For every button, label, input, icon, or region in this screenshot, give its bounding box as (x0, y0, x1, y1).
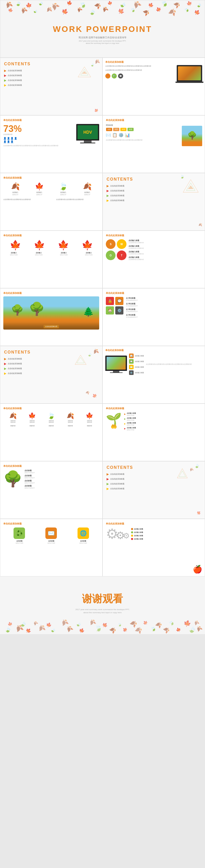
contents4-slide: 🍃 🍂 🍁 CONTENTS ▶ 点击此处添加标题 ▶ 点击此处添加标题 ▶ 点… (102, 461, 205, 519)
slide-header-12: 单击此处添加标题 (3, 464, 99, 468)
subtitle-line1: 简洁实用·适用于创业融资/工作总结/企业宣传等 (0, 36, 205, 39)
title-slide: 🍂 🍃 🍁 🍃 🍂 🍁 🍃 🍂 🍁 🍃 🍂 🍁 🍃 🍂 🍁 🍃 🍁 🍂 🍃 🍂 … (0, 0, 205, 58)
swot-slide: 单击此处添加标题 S W O T 点此输入标题 点击查看内容点击查看内容 点此 (102, 230, 205, 288)
slide-header-14: 单击此处添加标题 (106, 522, 202, 525)
main-title: WORK POWERPOINT (0, 25, 205, 34)
final-title: 谢谢观看 (0, 592, 205, 606)
slide-header-7: 单击此处添加标题 (3, 291, 99, 295)
contents2-slide: 🍃 🍂 CONTENTS ▶ 点击此处添加标题 ▶ 点击此处添加标题 ▶ 点击此… (102, 173, 205, 230)
slide-header-13: 单击此处添加标题 (3, 522, 99, 525)
final-slide: 🍃 🍂 🍁 🍂 🍃 🍂 🍁 🍃 🍂 🍁 🍂 🍃 🍂 🍁 🍃 🍂 🍁 🍃 🍂 🍁 … (0, 577, 205, 634)
hand-plant-slide: 单击此处添加标题 🌱 🤲 ▶ 点此输入标题 说明文字内容 ▶ (102, 404, 205, 461)
contents3-slide: 🍂 🍃 🍁 🍂 CONTENTS ▶ 点击此处添加标题 ▶ 点击此处添加标题 ▶ (0, 346, 102, 404)
info-slide: 单击此处添加标题 点击查看内容点击查看内容点击查看内容点击查看内容点击查看内容 … (102, 58, 205, 115)
slide-header-6: 单击此处添加标题 (106, 234, 202, 237)
gears-slide: 单击此处添加标题 ⚙ ⚙ ⚙ 点此输入标题 点此输入标题 (102, 519, 205, 577)
subtitle-line3: about the summary text input or copy her… (0, 42, 205, 44)
tag-slide: 单击此处添加标题 增加标题 标题 标题 标题 标题 ✉️ 📋 ⚙️ 📊 点击 (102, 115, 205, 173)
slide-header-2: 单击此处添加标题 (3, 119, 99, 122)
svg-marker-2 (82, 71, 87, 74)
slide-header-9: 单击此处添加标题 (105, 349, 202, 352)
slide-header-5: 单击此处添加标题 (3, 234, 99, 237)
svg-marker-7 (77, 358, 84, 363)
icons-slide: 单击此处添加标题 ♻️ 点此标题 说明文字说明 ✉️ 点此标题 说明文字说明 🌐… (0, 519, 102, 577)
slide-header-11: 单击此处添加标题 (106, 407, 202, 410)
slide-header-3: 单击此处添加标题 (106, 119, 202, 122)
colorful-leaves-slide: 单击此处添加标题 🍂 说明内容 说明内容 🍁 说明内容 说明内容 🍃 说明内容 … (0, 404, 102, 461)
slide-header-4: 单击此处添加标题 (3, 176, 99, 180)
stats-slide: 单击此处添加标题 73% 点击查看内容 👤 👤 👤 👤 👤 👤 👤 (0, 115, 102, 173)
subtitle-line2: 2017 year-end summary work summarize the… (0, 40, 205, 42)
slide-header-8: 单击此处添加标题 (106, 291, 202, 295)
final-sub1: 2017 year-end summary work summarize the… (0, 608, 205, 611)
slide-header-10: 单击此处添加标题 (3, 407, 99, 410)
final-sub2: about the summary text input or copy her… (0, 611, 205, 614)
slide-header: 单击此处添加标题 (105, 60, 202, 64)
contents-slide: 🍂 🍃 🍁 CONTENTS ▶ 点击此处添加标题 ▶ 点击此处添加标题 (0, 58, 102, 115)
park-slide: 单击此处添加标题 点击此处更换实景 🌳 🌳 🌲 (0, 288, 102, 346)
maple-slide: 单击此处添加标题 🍁 🍁 🍁 🍁 点此输入 说明文字说明 点此输入 说明文字说明… (0, 230, 102, 288)
tree-slide: 单击此处添加标题 🌳 点此标题 说明文字说明文字 点此标题 说明文字说明文字 点… (0, 461, 102, 519)
svg-marker-9 (179, 471, 185, 477)
svg-marker-5 (188, 185, 194, 189)
svg-marker-8 (177, 469, 187, 478)
grid-icons-slide: 单击此处添加标题 🔒 💬 🏠 ⚙️ 点 单击标题 点 单击标题说明文字 (102, 288, 205, 346)
monitor-icons-slide: 单击此处添加标题 📊 点此输入标题 💬 (102, 346, 205, 404)
leaf-items-slide: 单击此处添加标题 🍂 点此输入 说明文字 🍁 点此输入 说明文字 🍃 点此输入 … (0, 173, 102, 230)
